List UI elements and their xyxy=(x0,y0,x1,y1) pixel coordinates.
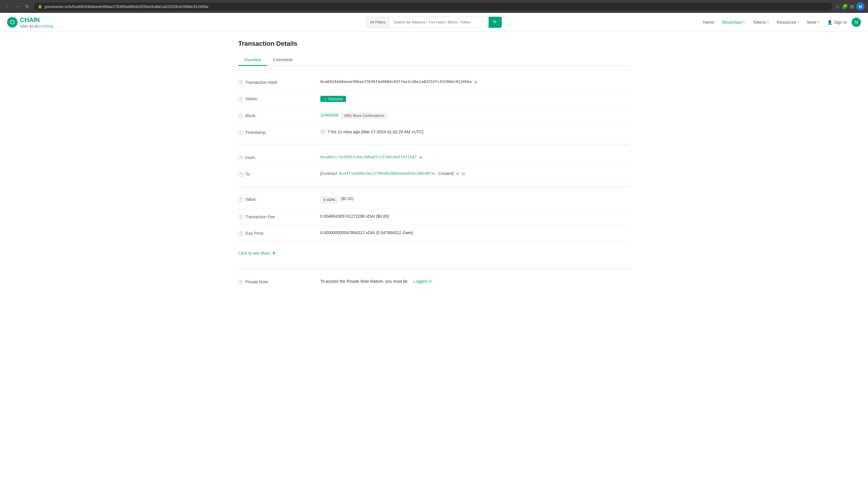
from-help-icon[interactable]: ? xyxy=(238,156,243,160)
xdai-price: xDAI: $1.00 (+0.01%) xyxy=(20,24,54,28)
more-chevron-icon: ▾ xyxy=(817,21,819,24)
tx-gas-row: ? Gas Price: 0.000000005547864312 xDAI (… xyxy=(238,225,630,242)
timestamp-help-icon[interactable]: ? xyxy=(238,130,243,135)
logo-text: CHAIN xyxy=(20,16,54,24)
status-badge: ✓ Success xyxy=(320,96,346,102)
value-usd-text: ($0.00) xyxy=(341,196,353,201)
tx-from-label: ? From: xyxy=(238,155,320,160)
page-title: Transaction Details xyxy=(238,40,630,47)
tx-value-row: ? Value: 0 xDAI ($0.00) xyxy=(238,191,630,209)
private-note-help-icon[interactable]: ? xyxy=(238,280,243,285)
main-nav: Home Blockchain ▾ Tokens ▾ Resources ▾ M… xyxy=(700,18,861,27)
nav-more[interactable]: More ▾ xyxy=(804,18,823,27)
url-text: gnosisscan.io/tx/0xa69244ddeeee366ae2783… xyxy=(44,4,208,9)
tx-status-label: ? Status: xyxy=(238,96,320,101)
nav-tokens[interactable]: Tokens ▾ xyxy=(749,18,772,27)
tx-private-note-row: ? Private Note: To access the Private No… xyxy=(238,274,630,290)
sidebar-icon[interactable]: ⊞ xyxy=(850,4,854,9)
search-input[interactable] xyxy=(389,17,489,28)
nav-signin[interactable]: 👤 Sign In xyxy=(824,18,850,27)
gas-help-icon[interactable]: ? xyxy=(238,231,243,236)
url-bar[interactable]: 🔒 gnosisscan.io/tx/0xa69244ddeeee366ae27… xyxy=(34,3,833,10)
hash-text: 0xa69244ddeeee366ae27836f4a980dc025fee3c… xyxy=(320,80,472,84)
nav-home[interactable]: Home xyxy=(700,18,717,27)
user-avatar[interactable]: M xyxy=(851,18,861,27)
tx-status-value: ✓ Success xyxy=(320,96,630,102)
browser-actions: ☆ 🧩 ⊞ M xyxy=(835,2,865,10)
tx-hash-label: ? Transaction Hash: xyxy=(238,80,320,85)
forward-button[interactable]: → xyxy=(13,3,22,10)
bookmark-icon[interactable]: ☆ xyxy=(835,4,840,9)
tx-gas-label: ? Gas Price: xyxy=(238,230,320,236)
tabs: Overview Comments xyxy=(238,55,630,66)
tx-to-value: [Contract 0x34f1de4bbc8ac1795e8b286a5eeb… xyxy=(320,171,630,177)
section-divider-1 xyxy=(238,144,630,146)
search-filter-button[interactable]: All Filters xyxy=(366,17,389,28)
timestamp-text: 7 hrs 11 mins ago (Mar-17-2024 01:42:20 … xyxy=(327,129,424,134)
tx-private-note-label: ? Private Note: xyxy=(238,279,320,285)
private-note-text: To access the Private Note feature, you … xyxy=(320,279,408,284)
tx-fee-label: ? Transaction Fee: xyxy=(238,214,320,219)
tx-hash-value: 0xa69244ddeeee366ae27836f4a980dc025fee3c… xyxy=(320,80,630,85)
site-header: ⬡ CHAIN xDAI: $1.00 (+0.01%) All Filters… xyxy=(0,13,868,32)
clock-icon: 🕐 xyxy=(320,129,325,134)
tx-block-label: ? Block: xyxy=(238,113,320,118)
confirmations-badge: 4961 Block Confirmations xyxy=(341,113,388,119)
logo-area: ⬡ CHAIN xDAI: $1.00 (+0.01%) xyxy=(7,16,54,28)
copy-from-icon[interactable]: ⧉ xyxy=(419,155,422,160)
section-divider-2 xyxy=(238,186,630,188)
tx-value-label: ? Value: xyxy=(238,196,320,202)
tx-to-row: ? To: [Contract 0x34f1de4bbc8ac1795e8b28… xyxy=(238,166,630,182)
browser-nav: ← → ↻ xyxy=(3,3,31,10)
verified-icon: ✔ xyxy=(456,171,460,176)
nav-resources[interactable]: Resources ▾ xyxy=(773,18,803,27)
tx-block-value: 32968368 4961 Block Confirmations xyxy=(320,113,630,119)
tokens-chevron-icon: ▾ xyxy=(767,21,769,24)
profile-avatar[interactable]: M xyxy=(856,2,865,10)
logged-in-link[interactable]: Logged In xyxy=(413,279,432,284)
back-button[interactable]: ← xyxy=(3,3,12,10)
nav-blockchain[interactable]: Blockchain ▾ xyxy=(719,18,748,27)
tx-to-label: ? To: xyxy=(238,171,320,177)
tx-gas-value: 0.000000005547864312 xDAI (5.547864312 G… xyxy=(320,230,630,235)
logo-icon: ⬡ xyxy=(7,17,18,28)
contract-prefix: [Contract xyxy=(320,171,337,176)
reload-button[interactable]: ↻ xyxy=(24,3,31,10)
tx-status-row: ? Status: ✓ Success xyxy=(238,91,630,107)
value-amount-badge: 0 xDAI xyxy=(320,196,338,203)
block-help-icon[interactable]: ? xyxy=(238,114,243,118)
copy-hash-icon[interactable]: ⧉ xyxy=(474,80,477,85)
hash-help-icon[interactable]: ? xyxy=(238,80,243,85)
tx-timestamp-value: 🕐 7 hrs 11 mins ago (Mar-17-2024 01:42:2… xyxy=(320,129,630,134)
fee-help-icon[interactable]: ? xyxy=(238,215,243,219)
tx-from-row: ? From: 0xa8decc7e28933c8ecdd6a47c13784c… xyxy=(238,150,630,166)
person-icon: 👤 xyxy=(827,20,832,25)
see-more-section: Click to see More ▼ xyxy=(238,242,630,265)
blockchain-chevron-icon: ▾ xyxy=(743,21,745,24)
resources-chevron-icon: ▾ xyxy=(798,21,799,24)
tx-private-note-value: To access the Private Note feature, you … xyxy=(320,279,630,284)
status-help-icon[interactable]: ? xyxy=(238,97,243,101)
see-more-button[interactable]: Click to see More ▼ xyxy=(238,249,276,258)
copy-to-icon[interactable]: ⧉ xyxy=(462,171,465,177)
search-submit-button[interactable]: 🔍 xyxy=(489,17,502,28)
contract-suffix: Created] xyxy=(438,171,454,176)
section-divider-3 xyxy=(238,268,630,270)
search-bar: All Filters 🔍 xyxy=(366,17,502,28)
from-address-link[interactable]: 0xa8decc7e28933c8ecdd6a47c13784c0e5f4f13… xyxy=(320,155,417,159)
tx-timestamp-label: ? Timestamp: xyxy=(238,129,320,135)
page-content: Transaction Details Overview Comments ? … xyxy=(229,32,639,298)
extensions-icon[interactable]: 🧩 xyxy=(842,4,848,9)
browser-chrome: ← → ↻ 🔒 gnosisscan.io/tx/0xa69244ddeeee3… xyxy=(0,0,868,13)
tx-timestamp-row: ? Timestamp: 🕐 7 hrs 11 mins ago (Mar-17… xyxy=(238,124,630,140)
value-help-icon[interactable]: ? xyxy=(238,197,243,202)
tab-comments[interactable]: Comments xyxy=(267,55,299,66)
check-icon: ✓ xyxy=(324,97,327,101)
tx-hash-row: ? Transaction Hash: 0xa69244ddeeee366ae2… xyxy=(238,74,630,91)
block-number-link[interactable]: 32968368 xyxy=(320,113,338,118)
tab-overview[interactable]: Overview xyxy=(238,55,267,66)
to-address-link[interactable]: 0x34f1de4bbc8ac1795e8b286a5eeb834cb8bd8f… xyxy=(339,171,436,176)
tx-block-row: ? Block: 32968368 4961 Block Confirmatio… xyxy=(238,107,630,124)
to-help-icon[interactable]: ? xyxy=(238,172,243,177)
transaction-details: ? Transaction Hash: 0xa69244ddeeee366ae2… xyxy=(238,74,630,290)
